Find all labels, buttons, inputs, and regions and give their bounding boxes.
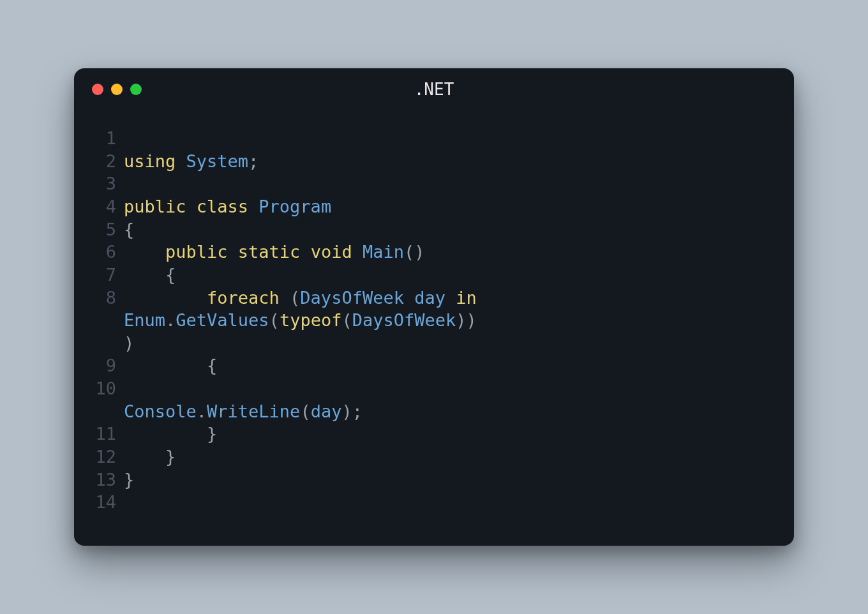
- code-content[interactable]: foreach (DaysOfWeek day in Enum.GetValue…: [123, 287, 480, 355]
- minimize-icon[interactable]: [111, 84, 123, 95]
- token-plain: [124, 378, 248, 398]
- window-title: .NET: [74, 80, 794, 99]
- token-punc: .: [165, 310, 176, 330]
- token-id: day: [414, 288, 456, 308]
- zoom-icon[interactable]: [130, 84, 142, 95]
- line-number: 12: [92, 446, 123, 468]
- token-type: System: [186, 151, 249, 171]
- line-number: 7: [92, 264, 123, 287]
- token-kw: using: [124, 151, 186, 171]
- line-number: 4: [92, 195, 123, 218]
- token-punc: {: [124, 265, 176, 285]
- token-type: Enum: [124, 310, 165, 330]
- code-line[interactable]: 3: [92, 172, 776, 195]
- code-content[interactable]: }: [123, 423, 480, 446]
- token-id: day: [311, 401, 342, 421]
- token-kw: class: [197, 197, 259, 216]
- token-punc: .: [197, 401, 207, 421]
- code-line[interactable]: 7 {: [92, 264, 776, 287]
- code-line[interactable]: 12 }: [92, 446, 776, 468]
- token-kw: void: [311, 242, 363, 262]
- token-punc: );: [341, 401, 363, 421]
- code-window: .NET 1 2using System;3 4public class Pro…: [74, 68, 794, 546]
- code-line[interactable]: 11 }: [92, 423, 776, 446]
- code-line[interactable]: 2using System;: [92, 150, 776, 173]
- code-content[interactable]: {: [123, 218, 480, 241]
- token-kw: public: [124, 197, 197, 216]
- code-line[interactable]: 1: [92, 127, 776, 150]
- code-content[interactable]: public class Program: [123, 195, 480, 218]
- code-content[interactable]: [123, 127, 480, 150]
- line-number: 1: [92, 127, 123, 150]
- line-number: 8: [92, 287, 123, 310]
- line-number: 14: [92, 491, 123, 514]
- titlebar: .NET: [74, 68, 794, 104]
- token-kw: typeof: [280, 310, 342, 330]
- token-punc: {: [124, 356, 217, 375]
- token-type: Program: [258, 197, 331, 216]
- code-content[interactable]: Console.WriteLine(day);: [123, 377, 480, 423]
- line-number: 11: [92, 423, 123, 446]
- code-line[interactable]: 10 Console.WriteLine(day);: [92, 377, 776, 423]
- code-editor[interactable]: 1 2using System;3 4public class Program5…: [74, 104, 794, 514]
- line-number: 2: [92, 150, 123, 173]
- code-content[interactable]: using System;: [123, 150, 480, 173]
- token-punc: {: [124, 220, 134, 239]
- token-type: Console: [124, 401, 197, 421]
- code-content[interactable]: [123, 491, 480, 514]
- token-punc: (: [300, 401, 310, 421]
- code-line[interactable]: 9 {: [92, 354, 776, 377]
- code-content[interactable]: }: [123, 468, 480, 491]
- token-plain: [124, 242, 165, 262]
- code-line[interactable]: 5{: [92, 218, 776, 241]
- token-punc: ;: [248, 151, 258, 171]
- code-content[interactable]: {: [123, 354, 480, 377]
- token-fn: Main: [363, 242, 404, 262]
- token-punc: }: [124, 424, 217, 444]
- code-line[interactable]: 4public class Program: [92, 195, 776, 218]
- code-line[interactable]: 13}: [92, 468, 776, 491]
- token-kw: static: [238, 242, 311, 262]
- close-icon[interactable]: [92, 84, 103, 95]
- code-line[interactable]: 8 foreach (DaysOfWeek day in Enum.GetVal…: [92, 287, 776, 355]
- line-number: 9: [92, 354, 123, 377]
- code-line[interactable]: 14: [92, 491, 776, 514]
- token-type: DaysOfWeek: [352, 310, 456, 330]
- token-kw: public: [165, 242, 238, 262]
- line-number: 13: [92, 468, 123, 491]
- token-type: DaysOfWeek: [300, 288, 414, 308]
- token-plain: [124, 288, 207, 308]
- line-number: 10: [92, 377, 123, 400]
- code-content[interactable]: {: [123, 264, 480, 287]
- token-kw: in: [456, 288, 487, 308]
- line-number: 5: [92, 218, 123, 241]
- line-number: 3: [92, 172, 123, 195]
- token-kw: foreach: [207, 288, 290, 308]
- code-content[interactable]: [123, 172, 480, 195]
- traffic-lights: [92, 84, 142, 95]
- token-punc: (): [404, 242, 425, 262]
- token-punc: (: [269, 310, 280, 330]
- token-fn: WriteLine: [207, 401, 300, 421]
- token-punc: (: [290, 288, 300, 308]
- code-content[interactable]: public static void Main(): [123, 241, 480, 264]
- token-punc: }: [124, 470, 134, 490]
- code-line[interactable]: 6 public static void Main(): [92, 241, 776, 264]
- line-number: 6: [92, 241, 123, 264]
- token-punc: (: [341, 310, 352, 330]
- token-fn: GetValues: [176, 310, 269, 330]
- code-content[interactable]: }: [123, 446, 480, 468]
- token-punc: }: [124, 447, 176, 467]
